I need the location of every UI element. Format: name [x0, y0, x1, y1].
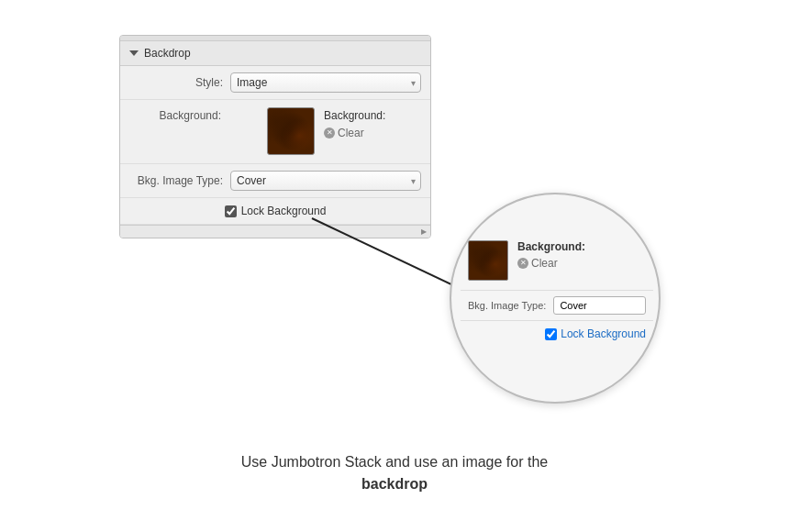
zoom-bkg-image-type-select-wrapper[interactable]: [553, 296, 646, 315]
zoom-clear-icon: ✕: [517, 258, 528, 269]
bg-section-label: Background:: [125, 109, 221, 122]
style-row: Style: Image Color Gradient None: [120, 66, 430, 100]
clear-label: Clear: [338, 127, 364, 139]
clear-icon: ✕: [324, 127, 335, 139]
zoom-lock-background-text: Lock Background: [561, 327, 646, 340]
bkg-image-type-control: Cover Contain Tile: [230, 171, 421, 191]
section-header: Backdrop: [120, 41, 430, 66]
zoom-circle-content: Background: ✕ Clear Bkg. Image Type: Loc…: [461, 231, 653, 347]
caption: Use Jumbotron Stack and use an image for…: [183, 451, 606, 495]
collapse-icon: [129, 50, 139, 56]
zoom-clear-label: Clear: [531, 257, 558, 270]
zoom-bkg-image-type-label: Bkg. Image Type:: [468, 300, 546, 311]
zoom-background-info: Background: ✕ Clear: [517, 240, 585, 270]
zoom-circle: Background: ✕ Clear Bkg. Image Type: Loc…: [450, 193, 661, 404]
background-thumbnail: [267, 107, 315, 155]
zoom-lock-background-label[interactable]: Lock Background: [545, 327, 646, 340]
background-title: Background:: [324, 109, 385, 122]
panel-scroll-bottom: ▶: [120, 225, 430, 238]
style-select[interactable]: Image Color Gradient None: [230, 72, 421, 93]
lock-background-checkbox[interactable]: [225, 205, 237, 217]
style-label: Style:: [129, 76, 230, 89]
bkg-image-type-select[interactable]: Cover Contain Tile: [230, 171, 421, 191]
caption-line2: backdrop: [361, 476, 428, 492]
zoom-lock-background-row: Lock Background: [461, 321, 653, 347]
zoom-bkg-image-type-input[interactable]: [553, 296, 646, 315]
backdrop-panel: Backdrop Style: Image Color Gradient Non…: [119, 35, 431, 238]
lock-background-label[interactable]: Lock Background: [225, 205, 327, 217]
caption-line1: Use Jumbotron Stack and use an image for…: [241, 454, 548, 470]
background-area: Background: ✕ Clear Background:: [120, 100, 430, 164]
bkg-image-type-label: Bkg. Image Type:: [129, 174, 230, 187]
zoom-bkg-image-type-row: Bkg. Image Type:: [461, 291, 653, 321]
zoom-background-title: Background:: [517, 240, 585, 253]
scroll-arrow-icon: ▶: [421, 227, 427, 236]
bkg-image-type-select-wrapper[interactable]: Cover Contain Tile: [230, 171, 421, 191]
clear-button[interactable]: ✕ Clear: [324, 127, 385, 139]
zoom-background-thumbnail: [468, 240, 508, 281]
bkg-image-type-row: Bkg. Image Type: Cover Contain Tile: [120, 164, 430, 198]
lock-background-text: Lock Background: [241, 205, 327, 217]
style-select-wrapper[interactable]: Image Color Gradient None: [230, 72, 421, 93]
section-title: Backdrop: [144, 47, 191, 60]
background-info: Background: ✕ Clear: [324, 109, 385, 139]
style-control: Image Color Gradient None: [230, 72, 421, 93]
zoom-clear-button[interactable]: ✕ Clear: [517, 257, 585, 270]
zoom-lock-background-checkbox[interactable]: [545, 328, 557, 340]
zoom-background-row: Background: ✕ Clear: [461, 231, 653, 291]
lock-background-row: Lock Background: [120, 198, 430, 225]
